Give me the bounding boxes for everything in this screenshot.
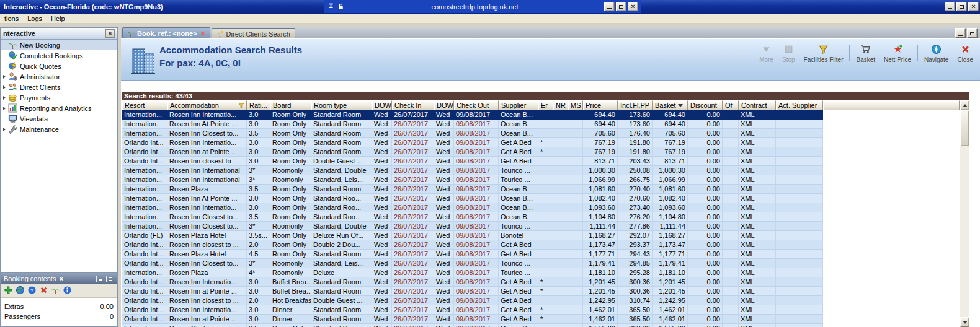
scroll-down-button[interactable] [960,317,969,327]
table-row[interactable]: Orlando Int...Rosen Inn at Pointe ...3.0… [122,315,960,324]
panel-minimize-button[interactable] [96,276,104,282]
info-button[interactable] [63,286,72,296]
delete-button[interactable] [39,286,48,296]
tab-book-ref-none[interactable]: Book. ref.: <none>× [122,27,210,38]
vertical-scrollbar[interactable] [960,100,969,327]
sidebar-item-direct-clients[interactable]: Direct Clients [1,82,117,92]
scroll-up-button[interactable] [960,100,969,110]
more-button[interactable]: More [755,42,778,63]
table-row[interactable]: Internation...Rosen Inn International3*R… [122,175,960,185]
close-button[interactable]: Close [953,42,978,63]
table-row[interactable]: Internation...Rosen Inn Closest to...3.5… [122,129,960,138]
table-row[interactable]: Orlando Int...Rosen Inn at Pointe ...3.0… [122,147,960,157]
menu-item-tions[interactable]: tions [0,15,23,22]
sidebar-item-maintenance[interactable]: Maintenance [1,124,117,134]
column-header-incl-fl-pp-14[interactable]: Incl.Fl.PP [618,100,653,110]
table-row[interactable]: Orlando Int...Rosen Inn Internatio...3.0… [122,305,960,315]
table-row[interactable]: Internation...Rosen Inn International3*R… [122,166,960,175]
column-header-rati-2[interactable]: Rati... [247,100,270,110]
globe-button[interactable] [16,286,25,296]
expander-icon[interactable] [1,85,8,89]
sidebar-item-viewdata[interactable]: Viewdata [1,113,117,124]
table-cell: Room Only [270,147,311,157]
column-header-act-supplier-19[interactable]: Act. Supplier [776,100,823,110]
add-button[interactable] [4,286,13,296]
app-close-button[interactable]: × [968,2,979,11]
column-header-er-10[interactable]: Er [538,100,553,110]
table-row[interactable]: Orlando Int...Rosen Inn Closest to...3*R… [122,259,960,268]
booking-row-passengers[interactable]: Passengers0 [1,312,117,321]
column-header-dow-5[interactable]: DOW [372,100,392,110]
mdi-minimize-button[interactable] [955,28,966,38]
column-header-supplier-9[interactable]: Supplier [499,100,538,110]
panel-close-icon[interactable]: × [59,276,63,282]
column-header-ms-12[interactable]: MS [568,100,583,110]
app-minimize-button[interactable] [945,2,955,11]
expander-icon[interactable] [1,107,8,110]
table-row[interactable]: Internation...Rosen Inn Internatio...3.0… [122,203,960,212]
table-row[interactable]: Orlando Int...Rosen Inn closest to ...3.… [122,157,960,166]
stop-button[interactable]: Stop [778,42,800,63]
column-header-room-type-4[interactable]: Room type [311,100,372,110]
navigate-button[interactable]: Navigate [920,42,953,63]
basket-button[interactable]: Basket [852,42,880,63]
table-row[interactable]: Internation...Rosen Plaza3.5Room OnlySta… [122,185,960,194]
tab-direct-clients-search[interactable]: Direct Clients Search [212,28,295,38]
sidebar-item-administrator[interactable]: Administrator [1,71,117,82]
table-row[interactable]: Orlando Int...Rosen Inn closest to ...2.… [122,240,960,250]
sidebar-item-quick-quotes[interactable]: Quick Quotes [1,61,117,71]
table-row[interactable]: Internation...Rosen Inn At Pointe ...3.0… [122,194,960,203]
collapse-panel-button[interactable]: « [105,29,115,38]
column-header-contract-18[interactable]: Contract [739,100,776,110]
sidebar-item-reporting-and-analytics[interactable]: Reporting and Analytics [1,103,117,113]
table-row[interactable]: Internation...Rosen Centre3.5Room OnlySt… [122,324,960,327]
rdp-minimize-button[interactable] [604,2,615,11]
column-header-basket-15[interactable]: Basket [653,100,688,110]
menu-item-help[interactable]: Help [47,15,69,22]
pin-icon[interactable] [327,2,335,11]
column-header-of-17[interactable]: Of [723,100,739,110]
column-header-resort-0[interactable]: Resort [122,100,167,110]
column-header-nr-11[interactable]: NR [553,100,568,110]
column-header-check-out-8[interactable]: Check Out [454,100,499,110]
mdi-restore-button[interactable] [967,28,978,38]
facilities-filter-button[interactable]: Facilities Filter [800,42,848,63]
table-row[interactable]: Orlando Int...Rosen Inn Internatio...3.0… [122,138,960,147]
table-row[interactable]: Internation...Rosen Inn At Pointe ...3.0… [122,120,960,129]
rdp-close-button[interactable]: × [628,2,638,11]
app-restore-button[interactable] [956,2,967,11]
table-row[interactable]: Orlando Int...Rosen Inn at Pointe ...3.0… [122,287,960,296]
panel-float-button[interactable] [106,276,114,282]
table-row[interactable]: Internation...Rosen Inn Closest to...3.5… [122,212,960,222]
help-button[interactable]: ? [27,286,37,296]
sidebar-item-new-booking[interactable]: New Booking [1,40,117,50]
table-cell: 09/08/2017 [454,138,499,147]
sidebar-item-completed-bookings[interactable]: Completed Bookings [1,50,117,61]
tab-close-icon[interactable]: × [201,30,205,37]
column-header-board-3[interactable]: Board [270,100,311,110]
column-header-discount-16[interactable]: Discount [688,100,723,110]
expander-icon[interactable] [1,128,8,131]
expander-icon[interactable] [1,75,8,79]
column-header-dow-7[interactable]: DOW [434,100,454,110]
table-cell [723,259,739,268]
table-row[interactable]: Orlando Int...Rosen Inn closest to ...2.… [122,296,960,305]
expander-icon[interactable] [1,96,8,100]
table-row[interactable]: Internation...Rosen Inn Closest to...3*R… [122,222,960,231]
table-row[interactable]: Orlando Int...Rosen Plaza Hotel4.5Room O… [122,250,960,259]
table-row[interactable]: Orlando Int...Rosen Inn Internatio...3.0… [122,277,960,287]
rdp-restore-button[interactable] [616,2,626,11]
column-header-check-in-6[interactable]: Check In [392,100,434,110]
column-header-accommodation-1[interactable]: Accommodation [167,100,247,110]
table-row[interactable]: Internation...Rosen Inn Internatio...3.0… [122,110,960,120]
scrollbar-thumb[interactable] [960,110,969,146]
sidebar-item-payments[interactable]: Payments [1,92,117,103]
nett-price-button[interactable]: Nett Price [880,42,915,63]
table-cell: Tourico ... [499,268,538,277]
table-row[interactable]: Internation...Rosen Plaza4*RoomonlyDelux… [122,268,960,277]
column-header-price-13[interactable]: Price [583,100,618,110]
palm-button[interactable] [51,286,60,296]
booking-row-extras[interactable]: Extras0.00 [1,302,117,312]
table-row[interactable]: Orlando (FL)Rosen Plaza Hotel3.5s...Room… [122,231,960,240]
menu-item-logs[interactable]: Logs [23,15,47,22]
